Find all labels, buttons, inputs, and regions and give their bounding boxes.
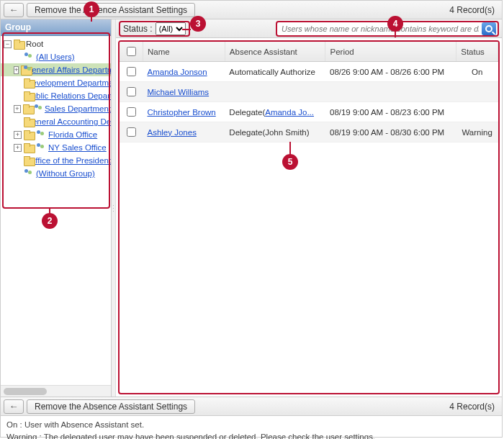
back-button-bottom[interactable]: ← [4, 399, 24, 414]
users-icon [24, 53, 34, 61]
tree-link[interactable]: General Accounting De [26, 117, 111, 126]
table-row[interactable]: Amanda Jonson Automatically Authorize 08… [120, 62, 498, 82]
tree-node[interactable]: + General Affairs Departm [1, 63, 111, 76]
search-button[interactable] [482, 22, 496, 35]
collapse-icon[interactable]: − [4, 40, 12, 48]
expand-icon[interactable]: + [14, 105, 21, 113]
delegate-link[interactable]: Amanda Jo... [265, 108, 314, 117]
cell-period: 08/19 9:00 AM - 08/30 6:00 PM [325, 122, 456, 142]
status-select[interactable]: (All) [156, 22, 186, 35]
bottom-toolbar: ← Remove the Absence Assistant Settings … [1, 397, 502, 416]
cell-status [456, 82, 498, 102]
remove-settings-button-bottom[interactable]: Remove the Absence Assistant Settings [27, 399, 195, 414]
row-checkbox[interactable] [127, 127, 136, 137]
tree-node[interactable]: Office of the President [1, 154, 111, 167]
folder-icon [24, 143, 34, 152]
remove-settings-label: Remove the Absence Assistant Settings [35, 5, 187, 15]
tree-root-label: Root [26, 40, 43, 48]
col-assistant[interactable]: Absence Assistant [225, 42, 325, 62]
cell-period: 08/19 9:00 AM - 08/23 6:00 PM [325, 102, 456, 122]
tree-link[interactable]: Florida Office [48, 130, 97, 139]
tree-link[interactable]: Office of the President [29, 156, 111, 165]
col-period[interactable]: Period [325, 42, 456, 62]
tree-link[interactable]: (Without Group) [36, 169, 95, 178]
folder-icon [24, 130, 34, 139]
search-icon [485, 25, 492, 32]
record-count-top: 4 Record(s) [449, 5, 499, 15]
select-all-checkbox[interactable] [127, 47, 136, 56]
user-link[interactable]: Michael Williams [148, 88, 210, 96]
user-link[interactable]: Christopher Brown [148, 108, 216, 117]
tree-link[interactable]: NY Sales Office [48, 143, 107, 152]
cell-assistant [225, 82, 325, 102]
search-box [276, 21, 499, 37]
arrow-left-icon: ← [9, 4, 19, 15]
row-checkbox[interactable] [127, 67, 136, 76]
tree-link[interactable]: Sales Department [45, 104, 111, 113]
content-panel: Status : (All) Name Absence Assistant [116, 19, 502, 397]
users-icon [24, 169, 34, 178]
grip-icon: ··· [112, 204, 114, 212]
expand-icon[interactable]: + [14, 66, 19, 74]
scrollbar-thumb[interactable] [4, 388, 47, 395]
cell-assistant: Automatically Authorize [225, 62, 325, 82]
col-name[interactable]: Name [143, 42, 225, 62]
arrow-left-icon: ← [9, 401, 19, 412]
cell-period: 08/26 9:00 AM - 08/26 6:00 PM [325, 62, 456, 82]
record-count-bottom: 4 Record(s) [449, 402, 499, 412]
folder-icon [24, 156, 27, 165]
group-tree: − Root (All Users) + General Affairs Dep… [1, 36, 111, 385]
legend-on: On : User with Absence Assistant set. [6, 419, 496, 431]
table-row[interactable]: Ashley Jones Delegate(John Smith) 08/19 … [120, 122, 498, 142]
horizontal-scrollbar[interactable] [1, 385, 111, 397]
col-status[interactable]: Status [456, 42, 498, 62]
tree-node[interactable]: General Accounting De [1, 115, 111, 128]
expand-icon[interactable]: + [14, 144, 22, 152]
row-checkbox[interactable] [127, 87, 136, 96]
filter-bar: Status : (All) [116, 19, 502, 38]
tree-root[interactable]: − Root [1, 37, 111, 50]
tree-link[interactable]: Public Relations Departm [26, 91, 111, 100]
tree-link[interactable]: General Affairs Departm [25, 65, 111, 74]
tree-link[interactable]: Development Departme [26, 78, 111, 87]
folder-icon [23, 104, 32, 113]
tree-node[interactable]: (All Users) [1, 50, 111, 63]
user-link[interactable]: Amanda Jonson [148, 68, 207, 76]
group-sidebar: Group − Root (All Users) + General Affai… [1, 19, 112, 397]
cell-status: On [456, 62, 498, 82]
search-input[interactable] [279, 24, 482, 33]
tree-node[interactable]: Development Departme [1, 76, 111, 89]
row-checkbox[interactable] [127, 107, 136, 117]
cell-period [325, 82, 456, 102]
legend: On : User with Absence Assistant set. Wa… [1, 416, 502, 439]
users-icon [36, 130, 46, 139]
tree-node[interactable]: + Florida Office [1, 128, 111, 141]
footer: ← Remove the Absence Assistant Settings … [1, 397, 502, 439]
status-filter: Status : (All) [119, 21, 190, 37]
remove-settings-button[interactable]: Remove the Absence Assistant Settings [27, 3, 195, 17]
tree-node[interactable]: (Without Group) [1, 167, 111, 180]
tree-link[interactable]: (All Users) [36, 53, 75, 61]
status-label: Status : [123, 24, 153, 34]
tree-node[interactable]: + Sales Department [1, 102, 111, 115]
expand-icon[interactable]: + [14, 131, 22, 139]
table-row[interactable]: Michael Williams [120, 82, 498, 102]
cell-assistant: Delegate(John Smith) [225, 122, 325, 142]
legend-warning: Warning : The delegated user may have be… [6, 431, 496, 439]
folder-icon [14, 40, 24, 48]
users-icon [36, 143, 46, 152]
users-icon [34, 104, 42, 113]
back-button[interactable]: ← [4, 3, 24, 17]
remove-settings-label: Remove the Absence Assistant Settings [35, 402, 187, 412]
tree-node[interactable]: + NY Sales Office [1, 141, 111, 154]
col-checkbox [120, 42, 143, 62]
results-table: Name Absence Assistant Period Status Ama… [120, 42, 498, 142]
cell-assistant: Delegate(Amanda Jo... [225, 102, 325, 122]
table-row[interactable]: Christopher Brown Delegate(Amanda Jo... … [120, 102, 498, 122]
tree-node[interactable]: Public Relations Departm [1, 89, 111, 102]
top-toolbar: ← Remove the Absence Assistant Settings … [1, 1, 502, 19]
results-table-wrap: Name Absence Assistant Period Status Ama… [118, 40, 500, 394]
user-link[interactable]: Ashley Jones [148, 128, 197, 137]
sidebar-title: Group [1, 19, 111, 36]
cell-status [456, 102, 498, 122]
